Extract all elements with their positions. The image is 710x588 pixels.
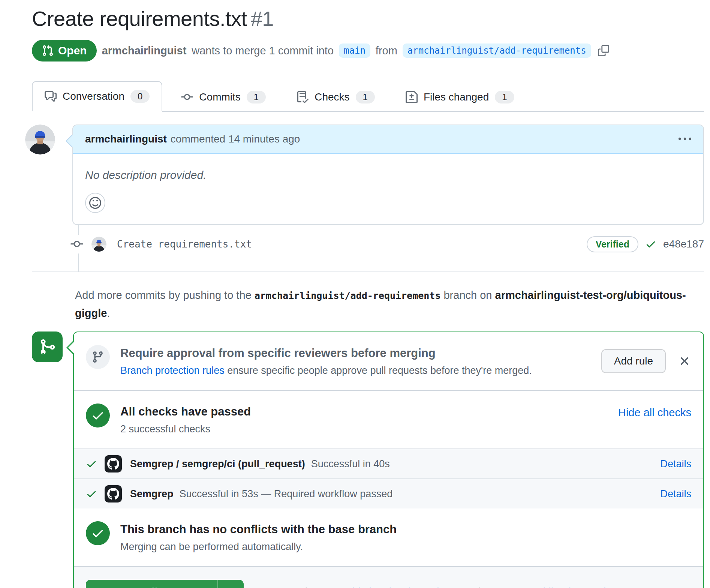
pr-tab-bar: Conversation 0 Commits 1 Checks 1 Files … (32, 81, 704, 112)
pr-author[interactable]: armchairlinguist (102, 45, 187, 57)
commit-sha-link[interactable]: e48e187 (663, 238, 704, 250)
merge-options-button[interactable] (217, 580, 244, 588)
mergeability-text: This branch has no conflicts with the ba… (120, 521, 691, 554)
git-commit-icon (181, 91, 193, 103)
check-success-icon (86, 458, 97, 470)
tab-commits-count: 1 (247, 91, 266, 104)
branch-protection-section: Require approval from specific reviewers… (74, 332, 703, 390)
push-note: Add more commits by pushing to the armch… (75, 286, 686, 322)
mergeability-subtitle: Merging can be performed automatically. (120, 540, 691, 554)
tab-commits[interactable]: Commits 1 (169, 82, 278, 112)
check-name: Semgrep (130, 488, 174, 500)
merge-caption-suffix: . (623, 586, 626, 588)
file-diff-icon (406, 91, 418, 103)
push-note-prefix: Add more commits by pushing to the (75, 289, 255, 301)
pr-page: Create requirements.txt#1 Open armchairl… (0, 6, 710, 588)
checks-summary-title: All checks have passed (120, 404, 618, 419)
check-status: Successful in 53s — Required workflow pa… (180, 488, 393, 500)
tab-files-changed[interactable]: Files changed 1 (394, 82, 526, 112)
pr-meta-row: Open armchairlinguist wants to merge 1 c… (32, 40, 704, 62)
success-check-icon (86, 404, 110, 428)
github-mark-icon (107, 488, 119, 500)
head-branch-label[interactable]: armchairlinguist/add-requirements (403, 44, 591, 58)
branch-protection-text: Require approval from specific reviewers… (120, 345, 601, 377)
github-actions-avatar (105, 455, 122, 472)
merge-button-group: Merge pull request (86, 580, 244, 588)
branch-protection-rules-link[interactable]: Branch protection rules (120, 365, 225, 376)
git-pull-request-icon (42, 45, 54, 57)
merge-box: Require approval from specific reviewers… (73, 332, 704, 588)
check-success-icon (86, 488, 97, 500)
details-link[interactable]: Details (660, 458, 691, 470)
comment-menu-button[interactable] (679, 133, 691, 146)
smiley-icon (89, 197, 101, 209)
page-title: Create requirements.txt#1 (32, 6, 704, 32)
add-reaction-button[interactable] (85, 193, 105, 213)
github-actions-avatar (105, 485, 122, 502)
comment-meta: commented 14 minutes ago (171, 133, 300, 145)
command-line-instructions-link[interactable]: command line instructions (498, 586, 623, 588)
checks-summary-section: All checks have passed 2 successful chec… (74, 390, 703, 448)
check-name: Semgrep / semgrep/ci (pull_request) (130, 458, 305, 470)
pr-summary-from: from (376, 45, 397, 57)
tab-conversation[interactable]: Conversation 0 (32, 81, 162, 112)
comment-box: armchairlinguist commented 14 minutes ag… (72, 124, 704, 225)
github-mark-icon (107, 458, 119, 470)
x-icon (678, 354, 691, 368)
base-branch-label[interactable]: main (339, 44, 370, 58)
commit-meta: Verified e48e187 (587, 236, 704, 252)
merge-caption: You can also open this in GitHub Desktop… (257, 586, 626, 588)
commit-message-link[interactable]: Create requirements.txt (117, 238, 252, 250)
add-rule-button[interactable]: Add rule (601, 349, 666, 373)
check-row: Semgrep Successful in 53s — Required wor… (74, 478, 703, 508)
branch-protection-description-rest: ensure specific people approve pull requ… (225, 365, 532, 376)
mergeability-section: This branch has no conflicts with the ba… (74, 508, 703, 566)
pr-title-text: Create requirements.txt (32, 7, 247, 30)
tab-commits-label: Commits (199, 91, 240, 103)
triangle-down-icon (225, 586, 237, 588)
github-desktop-link[interactable]: open this in GitHub Desktop (322, 586, 457, 588)
tab-checks[interactable]: Checks 1 (285, 82, 387, 112)
merge-pull-request-button[interactable]: Merge pull request (86, 580, 217, 588)
kebab-icon (679, 133, 691, 146)
checks-summary-text: All checks have passed 2 successful chec… (120, 404, 618, 436)
tab-conversation-label: Conversation (63, 90, 124, 102)
copy-branch-button[interactable] (598, 45, 609, 56)
pr-state-badge: Open (32, 40, 97, 62)
checks-summary-subtitle: 2 successful checks (120, 422, 618, 436)
push-note-middle: branch on (440, 289, 495, 301)
dismiss-button[interactable] (678, 354, 691, 368)
merge-status-area: Require approval from specific reviewers… (32, 332, 704, 588)
tab-files-changed-count: 1 (495, 91, 514, 104)
branch-protection-description: Branch protection rules ensure specific … (120, 364, 601, 377)
git-merge-icon (32, 332, 63, 362)
comment-text: No description provided. (85, 169, 691, 182)
commit-entry: Create requirements.txt Verified e48e187 (32, 225, 704, 272)
avatar[interactable] (25, 124, 55, 154)
user-avatar-image-small (91, 237, 106, 252)
pr-timeline: armchairlinguist commented 14 minutes ag… (32, 124, 704, 272)
commit-row: Create requirements.txt Verified e48e187 (32, 235, 704, 254)
merge-caption-prefix: You can also (257, 586, 322, 588)
checklist-icon (297, 91, 309, 103)
hide-all-checks-link[interactable]: Hide all checks (618, 404, 691, 419)
push-note-branch: armchairlinguist/add-requirements (255, 290, 441, 301)
check-icon (645, 238, 656, 250)
verified-badge[interactable]: Verified (587, 236, 638, 252)
mergeability-title: This branch has no conflicts with the ba… (120, 522, 691, 537)
success-check-icon (86, 521, 110, 545)
commit-author-avatar[interactable] (91, 237, 106, 252)
check-row: Semgrep / semgrep/ci (pull_request) Succ… (74, 448, 703, 478)
pr-summary-text: wants to merge 1 commit into (192, 45, 334, 57)
pr-state-label: Open (58, 44, 87, 57)
pr-number: #1 (251, 7, 274, 30)
details-link[interactable]: Details (660, 488, 691, 500)
merge-caption-middle: or view (457, 586, 498, 588)
merge-action-bar: Merge pull request You can also open thi… (74, 566, 703, 588)
branch-protection-title: Require approval from specific reviewers… (120, 346, 601, 361)
comment-discussion-icon (45, 90, 57, 102)
check-status: Successful in 40s (311, 458, 390, 470)
user-avatar-image (25, 124, 55, 154)
comment-author[interactable]: armchairlinguist (85, 133, 167, 145)
git-commit-icon (70, 235, 83, 254)
